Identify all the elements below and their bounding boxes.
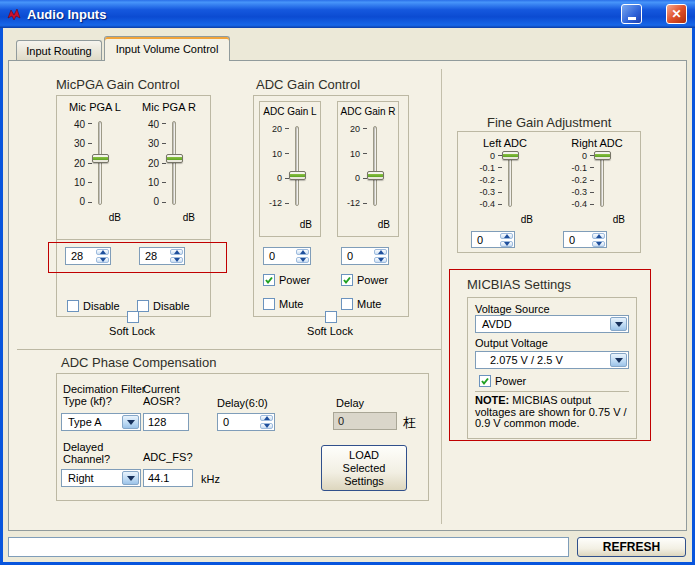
fine-gain-left-spinner[interactable]: 0 (471, 231, 515, 248)
checkbox-box (479, 375, 491, 387)
spinner-down-button[interactable] (592, 241, 605, 247)
spinner-down-button[interactable] (296, 257, 309, 263)
fine-gain-right-spinner[interactable]: 0 (563, 231, 607, 248)
spinner-up-button[interactable] (296, 249, 309, 255)
slider-thumb[interactable] (594, 151, 611, 160)
checkbox-label: Disable (153, 300, 190, 312)
selected-value: 2.075 V / 2.5 V (476, 352, 609, 368)
adc-left-power-checkbox[interactable]: Power (263, 274, 310, 286)
close-button[interactable]: ✕ (666, 4, 687, 24)
tick-label: -12 (269, 198, 282, 208)
micpga-soft-lock-checkbox[interactable] (127, 311, 139, 323)
delay-bits-label: Delay(6:0) (217, 397, 268, 409)
checkbox-label: Mute (279, 298, 303, 310)
tick-label: -0.1 (479, 163, 495, 173)
dropdown-arrow-icon[interactable] (610, 317, 627, 331)
micpga-left-gain-spinner[interactable]: 28 (65, 247, 111, 265)
spinner-up-button[interactable] (96, 249, 109, 255)
delayed-channel-select[interactable]: Right (61, 469, 141, 487)
adc-left-gain-spinner[interactable]: 0 (263, 247, 311, 265)
spinner-up-button[interactable] (374, 249, 387, 255)
micpga-right-slider[interactable]: 40 30 20 10 0 (141, 119, 197, 207)
spinner-value[interactable]: 0 (342, 248, 373, 264)
tick-label: -0.1 (571, 163, 587, 173)
tick-label: 10 (148, 177, 159, 188)
delay-unit-label: 枉 (403, 414, 416, 432)
load-settings-button[interactable]: LOAD Selected Settings (321, 445, 407, 491)
micbias-power-checkbox[interactable]: Power (479, 375, 526, 387)
aosr-input[interactable] (143, 413, 189, 431)
spinner-up-button[interactable] (260, 415, 273, 421)
spinner-up-button[interactable] (500, 233, 513, 239)
db-label: dB (521, 214, 533, 225)
dropdown-arrow-icon[interactable] (610, 353, 627, 367)
checkbox-box (325, 311, 337, 323)
adc-soft-lock-checkbox[interactable] (325, 311, 337, 323)
spinner-up-button[interactable] (592, 233, 605, 239)
spinner-value[interactable]: 28 (66, 248, 95, 264)
slider-ticks: 0 -0.1 -0.2 -0.3 -0.4 (563, 151, 587, 209)
minimize-button[interactable] (621, 4, 642, 24)
slider-thumb[interactable] (166, 154, 183, 163)
dropdown-arrow-icon[interactable] (122, 415, 139, 429)
slider-track[interactable] (295, 126, 299, 206)
spinner-value[interactable]: 0 (472, 232, 499, 247)
spinner-down-button[interactable] (260, 423, 273, 429)
delay-bits-spinner[interactable]: 0 (217, 413, 275, 431)
fine-gain-left-slider[interactable]: 0 -0.1 -0.2 -0.3 -0.4 (471, 151, 535, 209)
tick-label: -12 (347, 198, 360, 208)
slider-thumb[interactable] (289, 171, 306, 180)
tick-marks (88, 123, 92, 203)
section-separator-horizontal (17, 349, 441, 350)
slider-thumb[interactable] (367, 171, 384, 180)
spinner-value[interactable]: 0 (564, 232, 591, 247)
micpga-right-gain-spinner[interactable]: 28 (139, 247, 185, 265)
voltage-source-select[interactable]: AVDD (475, 315, 629, 333)
status-input[interactable] (8, 537, 569, 557)
decimation-filter-select[interactable]: Type A (61, 413, 141, 431)
refresh-button[interactable]: REFRESH (577, 537, 686, 557)
spinner-up-button[interactable] (170, 249, 183, 255)
spinner-value[interactable]: 0 (264, 248, 295, 264)
slider-track[interactable] (508, 153, 512, 207)
micpga-left-disable-checkbox[interactable]: Disable (67, 300, 120, 312)
tab-input-volume-control[interactable]: Input Volume Control (104, 36, 230, 61)
app-icon[interactable] (6, 7, 22, 21)
slider-track[interactable] (600, 153, 604, 207)
spinner-value[interactable]: 0 (218, 414, 259, 430)
spinner-down-button[interactable] (96, 257, 109, 263)
adc-right-power-checkbox[interactable]: Power (341, 274, 388, 286)
dropdown-arrow-icon[interactable] (122, 471, 139, 485)
slider-thumb[interactable] (92, 154, 109, 163)
spinner-down-button[interactable] (170, 257, 183, 263)
db-label: dB (378, 219, 390, 230)
adc-right-gain-spinner[interactable]: 0 (341, 247, 389, 265)
tab-input-routing[interactable]: Input Routing (16, 40, 102, 60)
tick-label: -0.2 (571, 175, 587, 185)
adc-left-mute-checkbox[interactable]: Mute (263, 298, 303, 310)
slider-thumb[interactable] (502, 151, 519, 160)
tick-label: 0 (79, 196, 85, 207)
micpga-left-slider[interactable]: 40 30 20 10 0 (67, 119, 123, 207)
micpga-right-disable-checkbox[interactable]: Disable (137, 300, 190, 312)
adc-right-mute-checkbox[interactable]: Mute (341, 298, 381, 310)
tick-label: 10 (74, 177, 85, 188)
slider-ticks: 40 30 20 10 0 (141, 119, 159, 207)
adc-right-slider[interactable]: 20 10 0 -12 (340, 124, 396, 208)
tick-label: 30 (148, 138, 159, 149)
fine-gain-right-channel: Right ADC 0 -0.1 -0.2 -0.3 -0.4 dB (555, 137, 639, 227)
slider-track[interactable] (373, 126, 377, 206)
khz-unit-label: kHz (201, 473, 220, 485)
checkbox-label: Power (495, 375, 526, 387)
adc-fs-input[interactable] (143, 469, 193, 487)
tick-label: 20 (272, 124, 282, 134)
spinner-down-button[interactable] (500, 241, 513, 247)
spinner-value[interactable]: 28 (140, 248, 169, 264)
fine-gain-right-slider[interactable]: 0 -0.1 -0.2 -0.3 -0.4 (563, 151, 627, 209)
output-voltage-select[interactable]: 2.075 V / 2.5 V (475, 351, 629, 369)
tick-label: 10 (272, 149, 282, 159)
spinner-down-button[interactable] (374, 257, 387, 263)
tick-marks (363, 128, 367, 204)
delay-readout-field: 0 (333, 412, 397, 430)
adc-left-slider[interactable]: 20 10 0 -12 (262, 124, 318, 208)
